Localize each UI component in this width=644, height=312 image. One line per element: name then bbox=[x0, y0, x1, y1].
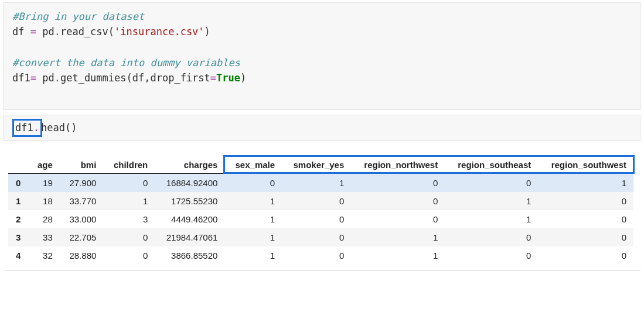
dataframe-index-header bbox=[8, 156, 29, 174]
code-dot: . bbox=[33, 122, 39, 133]
code-text: ) bbox=[205, 26, 210, 37]
dataframe-cell: 3866.85520 bbox=[155, 246, 224, 265]
code-text: read_csv( bbox=[60, 26, 114, 37]
dataframe-cell: 0 bbox=[282, 210, 351, 228]
dataframe-index-cell: 2 bbox=[8, 210, 29, 228]
dataframe-cell: 0 bbox=[103, 174, 155, 193]
dataframe-cell: 0 bbox=[351, 192, 445, 210]
dataframe-cell: 28 bbox=[29, 210, 60, 228]
dataframe-cell: 27.900 bbox=[60, 174, 104, 193]
table-row: 33322.705021984.4706110100 bbox=[8, 228, 633, 246]
divider bbox=[4, 270, 640, 271]
dataframe-wrap: agebmichildrenchargessex_malesmoker_yesr… bbox=[8, 156, 636, 265]
code-cell-1-content[interactable]: #Bring in your dataset df = pd.read_csv(… bbox=[12, 9, 632, 86]
dataframe-table: agebmichildrenchargessex_malesmoker_yesr… bbox=[8, 156, 633, 265]
code-cell-1[interactable]: #Bring in your dataset df = pd.read_csv(… bbox=[4, 2, 640, 110]
dataframe-cell: 16884.92400 bbox=[155, 174, 224, 193]
code-text: get_dummies(df,drop_first bbox=[60, 72, 210, 84]
dataframe-cell: 1 bbox=[224, 210, 282, 228]
dataframe-cell: 1 bbox=[282, 174, 351, 193]
dataframe-cell: 0 bbox=[224, 174, 282, 193]
dataframe-cell: 0 bbox=[103, 246, 155, 265]
code-keyword: True bbox=[216, 72, 240, 84]
highlight-box-df1: df1. bbox=[12, 119, 42, 138]
code-comment: #Bring in your dataset bbox=[12, 11, 144, 22]
code-text: ) bbox=[240, 72, 246, 84]
dataframe-cell: 0 bbox=[351, 174, 445, 193]
dataframe-cell: 1 bbox=[224, 246, 282, 265]
dataframe-index-cell: 0 bbox=[8, 174, 29, 193]
dataframe-cell: 1 bbox=[224, 192, 282, 210]
dataframe-cell: 0 bbox=[538, 210, 633, 228]
code-cell-2[interactable]: df1.head() bbox=[4, 115, 640, 142]
dataframe-cell: 22.705 bbox=[60, 228, 104, 246]
code-dot: . bbox=[54, 72, 60, 84]
code-text: head() bbox=[41, 122, 77, 133]
dataframe-col-header: age bbox=[29, 156, 60, 174]
dataframe-cell: 0 bbox=[538, 228, 633, 246]
dataframe-cell: 0 bbox=[538, 246, 633, 265]
table-row: 01927.900016884.9240001001 bbox=[8, 174, 633, 193]
dataframe-cell: 0 bbox=[103, 228, 155, 246]
dataframe-cell: 0 bbox=[445, 246, 538, 265]
dataframe-cell: 18 bbox=[29, 192, 60, 210]
dataframe-col-header: bmi bbox=[60, 156, 104, 174]
dataframe-index-cell: 3 bbox=[8, 228, 29, 246]
dataframe-cell: 33.000 bbox=[60, 210, 104, 228]
dataframe-cell: 0 bbox=[282, 192, 351, 210]
dataframe-cell: 0 bbox=[445, 174, 538, 193]
dataframe-col-header: charges bbox=[155, 156, 224, 174]
code-string: 'insurance.csv' bbox=[114, 26, 205, 37]
code-text: df bbox=[12, 26, 30, 37]
code-op: = bbox=[210, 72, 216, 84]
dataframe-col-header: sex_male bbox=[224, 156, 282, 174]
dataframe-index-cell: 1 bbox=[8, 192, 29, 210]
dataframe-cell: 0 bbox=[445, 228, 538, 246]
dataframe-cell: 21984.47061 bbox=[155, 228, 224, 246]
dataframe-cell: 33.770 bbox=[60, 192, 104, 210]
dataframe-cell: 19 bbox=[29, 174, 60, 193]
dataframe-col-header: region_southeast bbox=[445, 156, 538, 174]
dataframe-cell: 1 bbox=[103, 192, 155, 210]
code-text: df1 bbox=[15, 122, 33, 133]
dataframe-cell: 0 bbox=[282, 228, 351, 246]
code-comment: #convert the data into dummy variables bbox=[12, 57, 240, 68]
output-area: agebmichildrenchargessex_malesmoker_yesr… bbox=[0, 146, 644, 267]
dataframe-cell: 1725.55230 bbox=[155, 192, 224, 210]
dataframe-cell: 0 bbox=[351, 210, 445, 228]
dataframe-cell: 1 bbox=[224, 228, 282, 246]
dataframe-col-header: smoker_yes bbox=[282, 156, 351, 174]
code-op: = bbox=[30, 26, 36, 37]
dataframe-col-header: region_northwest bbox=[351, 156, 445, 174]
table-row: 11833.77011725.5523010010 bbox=[8, 192, 633, 210]
dataframe-cell: 4449.46200 bbox=[155, 210, 224, 228]
dataframe-cell: 0 bbox=[538, 192, 633, 210]
dataframe-cell: 32 bbox=[29, 246, 60, 265]
table-row: 22833.00034449.4620010010 bbox=[8, 210, 633, 228]
dataframe-col-header: region_southwest bbox=[538, 156, 633, 174]
code-text: pd bbox=[36, 72, 54, 84]
code-text: df1 bbox=[12, 72, 30, 84]
code-text: pd bbox=[36, 26, 54, 37]
dataframe-cell: 1 bbox=[445, 210, 538, 228]
dataframe-cell: 1 bbox=[351, 246, 445, 265]
dataframe-cell: 33 bbox=[29, 228, 60, 246]
table-row: 43228.88003866.8552010100 bbox=[8, 246, 633, 265]
dataframe-index-cell: 4 bbox=[8, 246, 29, 265]
dataframe-cell: 1 bbox=[445, 192, 538, 210]
dataframe-cell: 1 bbox=[538, 174, 633, 193]
dataframe-cell: 3 bbox=[103, 210, 155, 228]
code-op: = bbox=[30, 72, 36, 84]
dataframe-cell: 0 bbox=[282, 246, 351, 265]
code-dot: . bbox=[54, 26, 60, 37]
dataframe-cell: 1 bbox=[351, 228, 445, 246]
dataframe-cell: 28.880 bbox=[60, 246, 104, 265]
dataframe-body: 01927.900016884.924000100111833.77011725… bbox=[8, 174, 633, 265]
code-cell-2-content[interactable]: df1.head() bbox=[12, 119, 632, 138]
dataframe-header-row: agebmichildrenchargessex_malesmoker_yesr… bbox=[8, 156, 633, 174]
dataframe-col-header: children bbox=[103, 156, 155, 174]
